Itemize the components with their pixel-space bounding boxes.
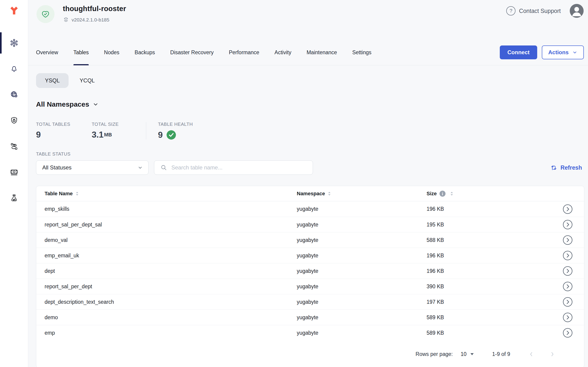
cluster-title-block: thoughtful-rooster v2024.2.1.0-b185 [63, 5, 126, 23]
tab-tables[interactable]: Tables [73, 40, 89, 65]
row-detail-button[interactable] [562, 297, 573, 307]
table-row[interactable]: report_sal_per_dept yugabyte 390 KB [36, 279, 584, 294]
cluster-version-row: v2024.2.1.0-b185 [63, 17, 126, 23]
tab-disaster-recovery[interactable]: Disaster Recovery [170, 40, 214, 65]
table-row[interactable]: emp yugabyte 589 KB [36, 325, 584, 341]
api-toggle-ycql[interactable]: YCQL [71, 73, 103, 88]
sidebar-item-integrations[interactable] [0, 136, 28, 157]
cell-size: 195 KB [426, 222, 552, 228]
tab-activity[interactable]: Activity [275, 40, 291, 65]
cell-size: 589 KB [426, 330, 552, 336]
sidebar-item-labs[interactable] [0, 187, 28, 209]
refresh-button[interactable]: Refresh [550, 164, 582, 171]
table-row[interactable]: emp_skills yugabyte 196 KB [36, 201, 584, 217]
row-detail-button[interactable] [562, 312, 573, 322]
search-input[interactable] [171, 164, 307, 171]
api-toggle-ysql[interactable]: YSQL [36, 73, 68, 88]
sidebar-item-alerts[interactable] [0, 58, 28, 79]
actions-button[interactable]: Actions [542, 45, 584, 59]
topbar-right: Contact Support [506, 4, 584, 18]
sidebar-item-security[interactable] [0, 110, 28, 131]
cell-size: 588 KB [426, 237, 552, 243]
chevron-right-circle-icon [562, 219, 573, 230]
status-select-value: All Statuses [42, 164, 72, 171]
namespace-filter[interactable]: All Namespaces [36, 100, 99, 108]
tab-backups[interactable]: Backups [135, 40, 155, 65]
cell-table-name: dept_description_text_search [45, 299, 297, 305]
sort-icon [450, 191, 453, 196]
cluster-network-icon [10, 39, 18, 47]
chevron-right-circle-icon [562, 297, 573, 307]
cell-table-name: emp_email_uk [45, 252, 297, 259]
cell-namespace: yugabyte [297, 284, 426, 290]
yugabyte-logo-icon [9, 5, 19, 16]
tab-settings[interactable]: Settings [352, 40, 371, 65]
sidebar-item-cloud-config[interactable] [0, 84, 28, 105]
layers-icon [63, 17, 69, 23]
rows-per-page-select[interactable]: 10 [460, 351, 474, 357]
stat-value: 9 [158, 130, 193, 140]
refresh-icon [550, 164, 557, 171]
sidebar-nav [0, 32, 28, 213]
table-row[interactable]: demo_val yugabyte 588 KB [36, 232, 584, 248]
chevron-right-circle-icon [562, 312, 573, 322]
connect-button[interactable]: Connect [500, 45, 537, 59]
previous-page-button[interactable] [528, 351, 534, 357]
table-row[interactable]: dept yugabyte 196 KB [36, 263, 584, 279]
column-header-table-name[interactable]: Table Name [45, 191, 79, 197]
bell-icon [10, 64, 18, 73]
cell-table-name: emp_skills [45, 206, 297, 212]
tab-maintenance[interactable]: Maintenance [307, 40, 337, 65]
cell-namespace: yugabyte [297, 237, 426, 243]
table-row[interactable]: report_sal_per_dept_sal yugabyte 195 KB [36, 217, 584, 232]
status-select[interactable]: All Statuses [36, 160, 148, 175]
row-detail-button[interactable] [562, 250, 573, 261]
row-detail-button[interactable] [562, 204, 573, 214]
yugabyte-logo[interactable] [8, 5, 20, 17]
info-icon[interactable] [440, 191, 445, 197]
tab-nodes[interactable]: Nodes [104, 40, 119, 65]
sort-icon [328, 191, 331, 196]
stats-divider [146, 122, 146, 139]
cluster-health-badge [36, 5, 54, 23]
stat-label: TOTAL SIZE [92, 122, 146, 127]
stat-value: 3.1MB [92, 130, 146, 140]
cell-namespace: yugabyte [297, 268, 426, 274]
caret-down-icon [470, 353, 474, 355]
tables-card: Table Name Namespace Size emp [36, 186, 584, 367]
stat-total-tables: TOTAL TABLES 9 [36, 122, 92, 140]
next-page-button[interactable] [549, 351, 555, 357]
cluster-tables-page: thoughtful-rooster v2024.2.1.0-b185 Cont… [0, 0, 588, 367]
contact-support-button[interactable]: Contact Support [506, 6, 561, 16]
column-header-size[interactable]: Size [426, 191, 453, 197]
row-detail-button[interactable] [562, 281, 573, 292]
tab-performance[interactable]: Performance [229, 40, 259, 65]
chevron-right-circle-icon [562, 328, 573, 338]
banknote-icon [10, 168, 18, 176]
cell-namespace: yugabyte [297, 299, 426, 305]
cluster-tabbar: Overview Tables Nodes Backups Disaster R… [28, 40, 588, 65]
row-detail-button[interactable] [562, 235, 573, 245]
shield-lock-icon [10, 116, 18, 125]
cell-table-name: report_sal_per_dept [45, 284, 297, 290]
search-box [154, 160, 313, 175]
row-detail-button[interactable] [562, 219, 573, 230]
table-row[interactable]: dept_description_text_search yugabyte 19… [36, 294, 584, 309]
chevron-right-circle-icon [562, 250, 573, 261]
tab-overview[interactable]: Overview [36, 40, 58, 65]
column-header-namespace[interactable]: Namespace [297, 191, 331, 197]
sidebar-item-billing[interactable] [0, 162, 28, 183]
cell-size: 196 KB [426, 252, 552, 259]
sidebar-item-clusters[interactable] [0, 32, 28, 54]
main-area: thoughtful-rooster v2024.2.1.0-b185 Cont… [28, 0, 588, 367]
table-pagination: Rows per page: 10 1-9 of 9 [36, 341, 584, 367]
chevron-down-icon [137, 165, 143, 171]
table-row[interactable]: emp_email_uk yugabyte 196 KB [36, 248, 584, 263]
cell-table-name: demo [45, 314, 297, 321]
cluster-version: v2024.2.1.0-b185 [72, 17, 109, 23]
row-detail-button[interactable] [562, 328, 573, 338]
user-avatar[interactable] [570, 4, 584, 18]
namespace-filter-label: All Namespaces [36, 100, 89, 108]
row-detail-button[interactable] [562, 266, 573, 276]
table-row[interactable]: demo yugabyte 589 KB [36, 309, 584, 325]
